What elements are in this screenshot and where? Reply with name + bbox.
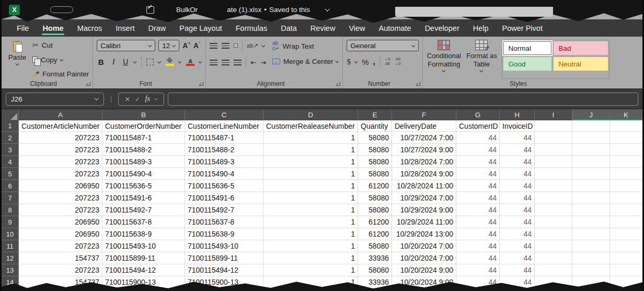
cell-G13[interactable]: 44 bbox=[456, 264, 500, 276]
cell-I7[interactable] bbox=[535, 192, 572, 204]
cell-J1[interactable] bbox=[572, 120, 610, 132]
cell-A8[interactable]: 207223 bbox=[19, 204, 102, 216]
cell-G11[interactable]: 44 bbox=[456, 240, 500, 252]
increase-indent-icon[interactable]: ⇥ bbox=[260, 59, 266, 66]
font-color-icon[interactable]: A bbox=[186, 58, 194, 66]
autosave-toggle[interactable] bbox=[50, 6, 73, 13]
cell-E10[interactable]: 61200 bbox=[358, 228, 392, 240]
orientation-icon[interactable]: ab↗ bbox=[247, 42, 258, 49]
cell-E4[interactable]: 58080 bbox=[358, 156, 392, 168]
cell-I12[interactable] bbox=[535, 252, 572, 264]
cell-E1[interactable]: Quantity bbox=[358, 120, 392, 132]
font-name-combo[interactable]: Calibri bbox=[97, 40, 155, 51]
cell-G10[interactable]: 44 bbox=[456, 228, 500, 240]
format-as-table-button[interactable]: Format as Table bbox=[464, 40, 499, 79]
column-header-i[interactable]: I bbox=[535, 109, 572, 120]
cell-B2[interactable]: 7100115487-1 bbox=[102, 132, 185, 144]
cell-C11[interactable]: 7100115493-10 bbox=[185, 240, 263, 252]
row-header-7[interactable]: 7 bbox=[2, 192, 19, 204]
cell-F3[interactable]: 10/27/2024 9:00 bbox=[392, 144, 456, 156]
increase-font-size-button[interactable]: A^ bbox=[182, 41, 190, 50]
cell-F2[interactable]: 10/27/2024 7:00 bbox=[392, 132, 456, 144]
cell-C12[interactable]: 7100115899-11 bbox=[185, 252, 263, 264]
cell-E13[interactable]: 58080 bbox=[358, 264, 392, 276]
cell-A3[interactable]: 207223 bbox=[19, 144, 102, 156]
align-left-button[interactable] bbox=[210, 60, 217, 65]
cell-H4[interactable]: 44 bbox=[500, 156, 535, 168]
column-header-j[interactable]: J bbox=[572, 109, 610, 120]
cell-I4[interactable] bbox=[535, 156, 572, 168]
cell-C2[interactable]: 7100115487-1 bbox=[185, 132, 263, 144]
row-header-6[interactable]: 6 bbox=[2, 180, 19, 192]
fill-color-chevron-icon[interactable] bbox=[178, 60, 182, 63]
cell-K1[interactable] bbox=[610, 120, 642, 132]
decrease-font-size-button[interactable]: Aˇ bbox=[193, 41, 200, 50]
cell-C1[interactable]: CustomerLineNumber bbox=[185, 120, 263, 132]
cell-G5[interactable]: 44 bbox=[456, 168, 500, 180]
cell-F4[interactable]: 10/28/2024 7:00 bbox=[392, 156, 456, 168]
cell-J8[interactable] bbox=[572, 204, 610, 216]
cell-J5[interactable] bbox=[572, 168, 610, 180]
tab-macros[interactable]: Macros bbox=[71, 19, 109, 37]
cell-A5[interactable]: 207223 bbox=[19, 168, 102, 180]
number-format-combo[interactable]: General bbox=[347, 40, 419, 51]
cell-A13[interactable]: 207223 bbox=[19, 264, 102, 276]
cell-H9[interactable]: 44 bbox=[500, 216, 535, 228]
insert-function-icon[interactable]: fx bbox=[145, 95, 150, 103]
cell-E5[interactable]: 58080 bbox=[358, 168, 392, 180]
cell-style-bad[interactable]: Bad bbox=[554, 41, 608, 55]
cell-J2[interactable] bbox=[572, 132, 610, 144]
row-header-2[interactable]: 2 bbox=[2, 132, 19, 144]
excel-logo-icon[interactable]: X bbox=[9, 5, 20, 15]
cell-I13[interactable] bbox=[535, 264, 572, 276]
currency-button[interactable]: $ bbox=[347, 58, 351, 66]
tab-power-pivot[interactable]: Power Pivot bbox=[496, 19, 549, 37]
column-header-e[interactable]: E bbox=[358, 109, 392, 120]
cell-J9[interactable] bbox=[572, 216, 610, 228]
cell-H8[interactable]: 44 bbox=[500, 204, 535, 216]
select-all-corner[interactable] bbox=[2, 109, 19, 120]
cell-H2[interactable]: 44 bbox=[500, 132, 535, 144]
cell-H11[interactable]: 44 bbox=[500, 240, 535, 252]
conditional-formatting-button[interactable]: Conditional Formatting bbox=[427, 40, 461, 79]
cell-J12[interactable] bbox=[572, 252, 610, 264]
middle-align-button[interactable] bbox=[222, 43, 229, 49]
row-header-8[interactable]: 8 bbox=[2, 204, 19, 216]
cell-A6[interactable]: 206950 bbox=[19, 180, 102, 192]
cell-K4[interactable] bbox=[610, 156, 642, 168]
cell-J4[interactable] bbox=[572, 156, 610, 168]
cell-C4[interactable]: 7100115489-3 bbox=[185, 156, 263, 168]
tab-developer[interactable]: Developer bbox=[418, 19, 466, 37]
row-header-4[interactable]: 4 bbox=[2, 156, 19, 168]
format-painter-button[interactable]: Format Painter bbox=[32, 70, 89, 78]
cell-D9[interactable]: 1 bbox=[263, 216, 358, 228]
cell-A4[interactable]: 207223 bbox=[19, 156, 102, 168]
wrap-text-button[interactable]: abc↵ Wrap Text bbox=[272, 41, 339, 51]
cell-B11[interactable]: 7100115493-10 bbox=[102, 240, 185, 252]
column-header-a[interactable]: A bbox=[19, 109, 102, 120]
tab-insert[interactable]: Insert bbox=[109, 19, 141, 37]
cell-H5[interactable]: 44 bbox=[500, 168, 535, 180]
cell-I3[interactable] bbox=[535, 144, 572, 156]
cell-B5[interactable]: 7100115490-4 bbox=[102, 168, 185, 180]
cell-C5[interactable]: 7100115490-4 bbox=[185, 168, 263, 180]
cell-F9[interactable]: 10/29/2024 11:00 bbox=[392, 216, 456, 228]
cell-J13[interactable] bbox=[572, 264, 610, 276]
cell-C10[interactable]: 7100115638-9 bbox=[185, 228, 263, 240]
cell-K9[interactable] bbox=[610, 216, 642, 228]
cell-G2[interactable]: 44 bbox=[456, 132, 500, 144]
bold-button[interactable]: B bbox=[97, 58, 105, 66]
column-header-h[interactable]: H bbox=[500, 109, 535, 120]
cell-A1[interactable]: CustomerArticleNumber bbox=[19, 120, 102, 132]
cell-A2[interactable]: 207223 bbox=[19, 132, 102, 144]
cell-F1[interactable]: DeliveryDate bbox=[392, 120, 456, 132]
comma-style-button[interactable]: , bbox=[373, 57, 375, 67]
row-header-9[interactable]: 9 bbox=[2, 216, 19, 228]
drag-handle-icon[interactable]: ⋮ bbox=[108, 95, 114, 103]
cell-F8[interactable]: 10/29/2024 9:00 bbox=[392, 204, 456, 216]
column-header-b[interactable]: B bbox=[102, 109, 185, 120]
cell-B9[interactable]: 7100115637-8 bbox=[102, 216, 185, 228]
cell-C8[interactable]: 7100115492-7 bbox=[185, 204, 263, 216]
cell-C13[interactable]: 7100115494-12 bbox=[185, 264, 263, 276]
cell-D5[interactable]: 1 bbox=[263, 168, 358, 180]
